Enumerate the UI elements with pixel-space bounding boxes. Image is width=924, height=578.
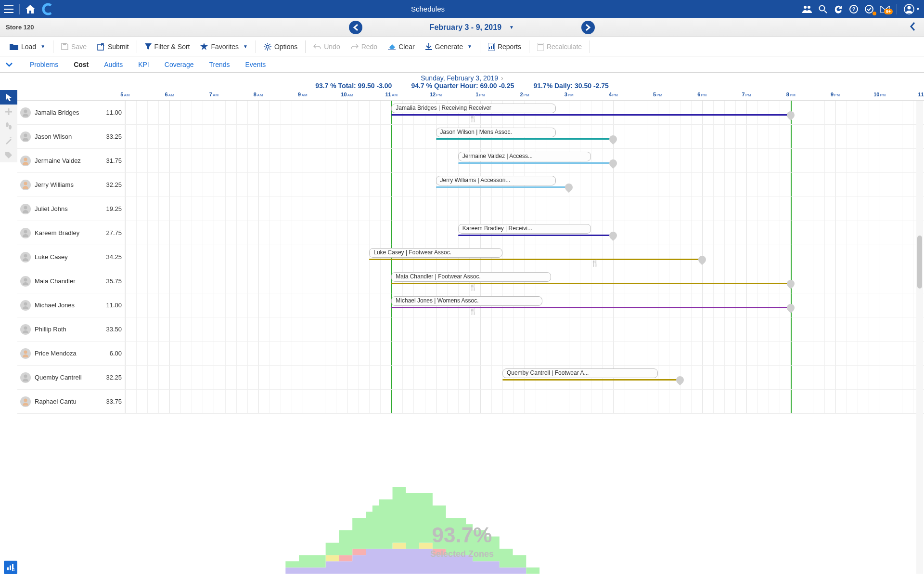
employee-name[interactable]: Luke Casey [35,253,99,261]
shift-end-icon[interactable] [608,134,619,145]
scrollbar-track[interactable] [916,101,923,574]
pointer-tool[interactable] [0,90,17,105]
employee-name[interactable]: Jerry Williams [35,181,99,188]
employee-lane[interactable]: Kareem Bradley | Receivi... [125,221,924,245]
filter-button[interactable]: Filter & Sort [140,41,195,53]
employee-hours: 32.25 [103,181,125,188]
employee-name[interactable]: Kareem Bradley [35,229,99,236]
load-button[interactable]: Load▼ [5,41,50,53]
shift-block[interactable]: Jermaine Valdez | Access... [458,152,591,161]
employee-name[interactable]: Price Mendoza [35,350,99,357]
tab-cost[interactable]: Cost [73,59,90,70]
employee-name[interactable]: Raphael Cantu [35,398,99,405]
employee-lane[interactable]: Quemby Cantrell | Footwear A... [125,366,924,389]
employee-lane[interactable]: Jerry Williams | Accessori... [125,173,924,197]
employee-lane[interactable] [125,197,924,221]
svg-point-23 [24,182,27,185]
shift-bar [458,162,614,164]
shift-block[interactable]: Michael Jones | Womens Assoc. [391,296,542,306]
options-button[interactable]: Options [259,41,302,53]
tab-kpi[interactable]: KPI [137,59,150,70]
tab-problems[interactable]: Problems [29,59,59,70]
svg-rect-34 [10,565,11,570]
shift-end-icon[interactable] [697,254,708,265]
divider [19,4,20,14]
tab-events[interactable]: Events [244,59,267,70]
avatar [20,372,31,383]
employee-name[interactable]: Jason Wilson [35,133,99,140]
employee-lane[interactable]: Jamalia Bridges | Receiving Receiver🍴 [125,101,924,124]
shift-block[interactable]: Jamalia Bridges | Receiving Receiver [391,104,555,113]
svg-point-28 [24,302,27,305]
prev-week-button[interactable] [349,21,362,34]
clear-button[interactable]: Clear [383,41,419,53]
shift-end-icon[interactable] [608,158,619,169]
employee-name[interactable]: Maia Chandler [35,277,99,285]
hamburger-icon[interactable] [4,5,13,13]
wand-tool[interactable] [0,133,17,148]
user-menu-icon[interactable]: ▼ [904,4,920,14]
employee-lane[interactable]: Maia Chandler | Footwear Assoc.🍴 [125,269,924,293]
shift-block[interactable]: Quemby Cantrell | Footwear A... [502,368,658,378]
employee-name[interactable]: Jermaine Valdez [35,157,99,164]
summary-bar: Sunday, February 3, 2019› 93.7 % Total: … [0,73,924,90]
reports-button[interactable]: Reports [483,41,526,53]
shift-block[interactable]: Jerry Williams | Accessori... [436,176,556,185]
shift-end-icon[interactable] [785,302,796,314]
time-label: 2PM [520,92,529,97]
employee-lane[interactable] [125,317,924,341]
tab-expand-icon[interactable] [3,61,15,68]
employee-lane[interactable]: Jason Wilson | Mens Assoc. [125,125,924,148]
shift-block[interactable]: Jason Wilson | Mens Assoc. [436,128,556,137]
employee-name[interactable]: Phillip Roth [35,326,99,333]
undo-button: Undo [308,41,345,53]
shift-block[interactable]: Kareem Bradley | Receivi... [458,224,591,234]
tab-trends[interactable]: Trends [208,59,231,70]
refresh-icon[interactable] [834,5,843,13]
app-logo[interactable] [41,3,53,15]
tab-coverage[interactable]: Coverage [164,59,195,70]
employee-lane[interactable] [125,390,924,413]
help-icon[interactable]: ? [849,5,858,13]
ghost-label: Selected Zones [430,549,494,559]
summary-date[interactable]: Sunday, February 3, 2019› [421,74,503,82]
employee-lane[interactable]: Luke Casey | Footwear Assoc.🍴 [125,245,924,269]
time-label: 11PM [918,92,924,97]
add-tool[interactable] [0,105,17,119]
employee-lane[interactable]: Michael Jones | Womens Assoc.🍴 [125,293,924,317]
chart-fab[interactable] [4,561,17,574]
date-range-picker[interactable]: February 3 - 9, 2019▼ [430,23,514,32]
employee-lane[interactable]: Jermaine Valdez | Access... [125,149,924,172]
employee-name[interactable]: Quemby Cantrell [35,374,99,381]
svg-rect-15 [493,44,494,49]
mail-icon[interactable]: 9+ [880,6,890,13]
scrollbar-thumb[interactable] [917,236,922,289]
favorites-button[interactable]: Favorites▼ [195,41,252,53]
footprint-tool[interactable] [0,119,17,133]
shift-end-icon[interactable] [608,230,619,241]
shift-end-icon[interactable] [785,278,796,289]
redo-button: Redo [346,41,382,53]
employee-name[interactable]: Juliet Johns [35,205,99,212]
ghost-percent: 93.7% [432,523,492,547]
submit-button[interactable]: Submit [92,41,134,53]
employee-name[interactable]: Michael Jones [35,302,99,309]
home-icon[interactable] [26,5,35,13]
tag-tool[interactable] [0,148,17,162]
employee-name[interactable]: Jamalia Bridges [35,109,99,116]
search-icon[interactable] [819,5,827,13]
svg-point-20 [24,109,27,113]
collapse-panel-icon[interactable] [910,22,918,33]
shift-block[interactable]: Luke Casey | Footwear Assoc. [369,248,502,258]
shift-end-icon[interactable] [674,375,685,386]
tab-audits[interactable]: Audits [103,59,124,70]
check-icon[interactable] [865,5,873,13]
next-week-button[interactable] [581,21,595,34]
employee-lane[interactable] [125,342,924,365]
shift-end-icon[interactable] [564,182,575,193]
people-icon[interactable] [802,5,812,13]
generate-button[interactable]: Generate▼ [421,41,477,53]
employee-hours: 33.25 [103,133,125,140]
shift-block[interactable]: Maia Chandler | Footwear Assoc. [391,272,551,282]
shift-end-icon[interactable] [785,110,796,121]
